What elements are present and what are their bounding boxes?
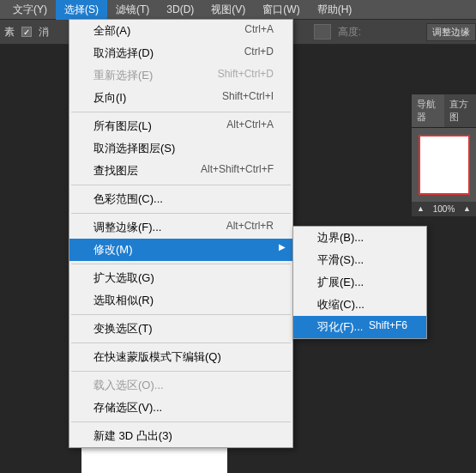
menu-item[interactable]: 所有图层(L)Alt+Ctrl+A [69,115,292,137]
menubar-item-6[interactable]: 帮助(H) [309,0,361,20]
submenu-item-label: 收缩(C)... [317,297,365,312]
submenu-item-label: 边界(B)... [317,230,364,246]
menu-item: 重新选择(E)Shift+Ctrl+D [69,64,292,87]
menu-item-label: 选取相似(R) [93,293,154,308]
menu-item-label: 修改(M) [93,242,133,258]
menu-item[interactable]: 存储选区(V)... [69,397,292,419]
menu-item-label: 取消选择(D) [93,45,154,61]
menu-separator [71,314,291,315]
menubar-item-1[interactable]: 选择(S) [56,0,107,20]
menu-item-shortcut: Shift+Ctrl+I [222,90,274,106]
menu-item[interactable]: 在快速蒙版模式下编辑(Q) [69,346,292,368]
menubar-item-2[interactable]: 滤镜(T) [107,0,158,20]
select-menu-dropdown: 全部(A)Ctrl+A取消选择(D)Ctrl+D重新选择(E)Shift+Ctr… [69,19,293,448]
zoom-in-icon[interactable]: ▲ [463,204,471,214]
menu-item-shortcut: Alt+Ctrl+A [226,118,274,134]
antialias-checkbox[interactable]: ✓ [21,27,32,37]
submenu-item[interactable]: 收缩(C)... [293,294,426,316]
menu-item[interactable]: 全部(A)Ctrl+A [69,20,292,42]
submenu-item-shortcut: Shift+F6 [369,319,407,335]
menu-item-label: 查找图层 [93,163,138,179]
menu-separator [71,185,291,185]
submenu-arrow-icon: ▶ [279,242,286,252]
menu-separator [71,213,291,214]
navigator-thumbnail[interactable] [419,135,470,195]
menubar-item-5[interactable]: 窗口(W) [254,0,308,20]
menu-item[interactable]: 取消选择图层(S) [69,137,292,160]
navigator-preview [412,128,476,202]
menu-item: 载入选区(O)... [69,374,292,397]
submenu-item-label: 羽化(F)... [317,319,363,335]
menu-item-shortcut: Ctrl+D [244,45,274,61]
menu-separator [71,264,291,264]
menu-separator [71,371,291,372]
submenu-item[interactable]: 扩展(E)... [293,271,426,294]
menu-item-label: 存储选区(V)... [93,400,162,415]
menu-item-shortcut: Shift+Ctrl+D [218,68,274,83]
menu-item[interactable]: 新建 3D 凸出(3) [69,425,292,447]
zoom-out-icon[interactable]: ▲ [417,204,425,214]
menu-item-label: 色彩范围(C)... [93,191,163,207]
height-label: 高度: [338,25,361,39]
toolbar-px-label: 素 [4,25,15,39]
panel-tab-1[interactable]: 直方图 [444,94,477,127]
side-panels: 导航器直方图 ▲ 100% ▲ [412,94,476,216]
menu-item-label: 扩大选取(G) [93,270,154,286]
submenu-item-label: 平滑(S)... [317,252,364,268]
menu-item[interactable]: 色彩范围(C)... [69,188,292,210]
menu-item-label: 变换选区(T) [93,321,153,337]
submenu-item[interactable]: 边界(B)... [293,227,426,249]
menubar-item-0[interactable]: 文字(Y) [4,0,56,20]
menu-item-label: 所有图层(L) [93,118,152,134]
submenu-item-label: 扩展(E)... [317,275,364,290]
menu-item-label: 取消选择图层(S) [93,141,175,156]
modify-submenu: 边界(B)...平滑(S)...扩展(E)...收缩(C)...羽化(F)...… [292,226,427,339]
menu-item[interactable]: 调整边缘(F)...Alt+Ctrl+R [69,216,292,239]
submenu-item[interactable]: 平滑(S)... [293,249,426,271]
submenu-item[interactable]: 羽化(F)...Shift+F6 [293,316,426,338]
menu-item-shortcut: Ctrl+A [244,23,274,39]
menu-item-shortcut: Alt+Shift+Ctrl+F [201,163,274,179]
menu-item-label: 调整边缘(F)... [93,220,161,235]
menu-item[interactable]: 选取相似(R) [69,289,292,312]
zoom-level: 100% [433,204,455,214]
navigator-footer: ▲ 100% ▲ [412,202,476,216]
menubar-item-4[interactable]: 视图(V) [202,0,254,20]
menu-item-label: 重新选择(E) [93,68,153,83]
refine-edge-button[interactable]: 调整边缘 [426,23,476,41]
menubar: 文字(Y)选择(S)滤镜(T)3D(D)视图(V)窗口(W)帮助(H) [0,0,476,19]
panel-tab-0[interactable]: 导航器 [412,94,444,127]
panel-tabs: 导航器直方图 [412,94,476,128]
menu-separator [71,112,291,112]
menu-item[interactable]: 反向(I)Shift+Ctrl+I [69,87,292,109]
menu-item-label: 在快速蒙版模式下编辑(Q) [93,349,221,365]
menubar-item-3[interactable]: 3D(D) [158,1,202,18]
menu-item-label: 新建 3D 凸出(3) [93,428,172,444]
menu-separator [71,343,291,343]
menu-item-label: 反向(I) [93,90,126,106]
menu-item[interactable]: 查找图层Alt+Shift+Ctrl+F [69,160,292,182]
menu-item[interactable]: 变换选区(T) [69,318,292,340]
menu-separator [71,421,291,422]
menu-item-label: 载入选区(O)... [93,378,164,393]
menu-item-shortcut: Alt+Ctrl+R [226,220,274,235]
checkbox-label: 消 [39,25,49,39]
menu-item[interactable]: 扩大选取(G) [69,267,292,289]
menu-item[interactable]: 修改(M)▶ [69,239,292,261]
menu-item-label: 全部(A) [93,23,130,39]
menu-item[interactable]: 取消选择(D)Ctrl+D [69,42,292,64]
toolbar-icon-1[interactable] [314,24,331,39]
